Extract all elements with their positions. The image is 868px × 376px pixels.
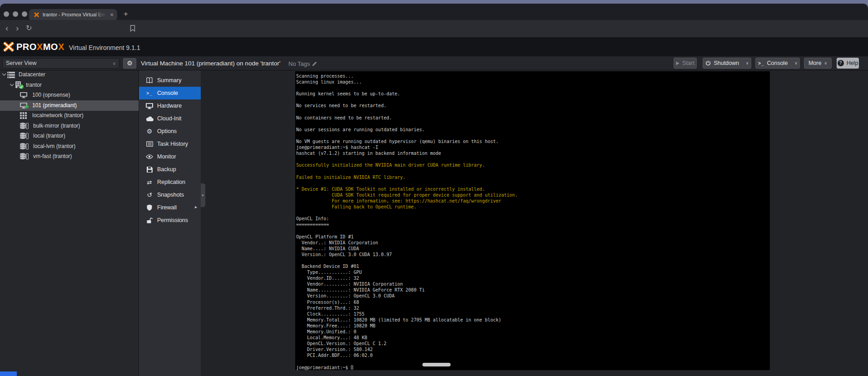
- terminal-line: CUDA SDK Toolkit required for proper dev…: [296, 192, 518, 198]
- menu-item-snapshots[interactable]: ↺ Snapshots: [139, 188, 201, 201]
- terminal-line: Falling back to OpenCL runtime.: [296, 204, 518, 210]
- proxmox-wordmark: PROXMOXVirtual Environment 9.1.1: [16, 37, 140, 56]
- terminal-line: Scanning linux images...: [296, 79, 518, 85]
- expand-chevron-icon[interactable]: [2, 73, 6, 76]
- tree-item-label: 101 (primeradiant): [32, 102, 77, 109]
- tree-item-label: trantor: [26, 82, 42, 88]
- gear-icon: ⚙: [127, 59, 133, 67]
- console-button[interactable]: >_ Console ∨: [755, 58, 800, 69]
- terminal-line: [296, 168, 518, 174]
- terminal-line: [296, 85, 518, 91]
- menu-item-replication[interactable]: ⇄ Replication: [139, 176, 201, 188]
- forward-icon[interactable]: ›: [16, 24, 19, 32]
- terminal-line: [296, 228, 518, 233]
- console-dropdown-icon[interactable]: ∨: [791, 61, 801, 65]
- tree-item-node-trantor[interactable]: trantor: [0, 80, 139, 90]
- menu-item-label: Firewall: [157, 204, 177, 211]
- terminal-line: joe@primeradiant:~$: [296, 365, 518, 370]
- console-label: Console: [767, 60, 788, 66]
- help-label: Help: [847, 60, 858, 66]
- tree-item-storage-local-lvm[interactable]: local-lvm (trantor): [0, 141, 139, 152]
- view-mode-label: Server View: [6, 60, 36, 66]
- panel-collapse-handle[interactable]: ▸: [201, 183, 205, 207]
- tree-item-vm-101[interactable]: 101 (primeradiant): [0, 100, 139, 111]
- more-button[interactable]: More ∨: [804, 58, 832, 69]
- vnc-console[interactable]: Scanning processes...Scanning linux imag…: [295, 71, 770, 370]
- vm-menu: Summary >_ Console Hardware Cloud-Init ⚙…: [139, 70, 201, 376]
- new-tab-icon[interactable]: +: [124, 10, 128, 19]
- traffic-light-minimize-icon[interactable]: [13, 11, 18, 17]
- tree-item-storage-bulk-mirror[interactable]: bulk-mirror (trantor): [0, 121, 139, 131]
- tree-settings-button[interactable]: ⚙: [123, 58, 136, 69]
- terminal-line: Vendor.........: NVIDIA Corporation: [296, 281, 518, 287]
- terminal-line: Memory.Free....: 10820 MB: [296, 323, 518, 329]
- tree-item-storage-vm-fast[interactable]: vm-fast (trantor): [0, 151, 139, 162]
- menu-item-label: Monitor: [157, 153, 176, 160]
- vm-tags[interactable]: No Tags: [288, 60, 317, 67]
- terminal-output: Scanning processes...Scanning linux imag…: [296, 73, 518, 370]
- shutdown-button[interactable]: Shutdown ∨: [703, 58, 751, 69]
- shield-icon: [145, 204, 154, 211]
- traffic-light-zoom-icon[interactable]: [22, 11, 27, 17]
- tab-title-fade: [94, 9, 106, 21]
- shutdown-main[interactable]: Shutdown: [702, 60, 743, 66]
- server-stack-icon: [7, 72, 15, 78]
- tree-item-label: localnetwork (trantor): [32, 112, 84, 119]
- menu-item-cloud-init[interactable]: Cloud-Init: [139, 112, 201, 125]
- terminal-line: ============: [296, 222, 518, 228]
- menu-item-console[interactable]: >_ Console: [139, 87, 201, 99]
- storage-icon: [20, 133, 29, 139]
- start-button[interactable]: Start: [674, 58, 697, 69]
- floppy-icon: [145, 166, 154, 173]
- edit-pencil-icon[interactable]: [312, 61, 317, 66]
- terminal-line: [296, 180, 518, 186]
- tree-item-vm-100[interactable]: 100 (opnsense): [0, 90, 139, 100]
- submenu-chevron-icon: ▸: [195, 204, 197, 209]
- tab-close-icon[interactable]: ×: [110, 11, 114, 18]
- terminal-line: No user sessions are running outdated bi…: [296, 127, 518, 133]
- menu-item-backup[interactable]: Backup: [139, 163, 201, 176]
- terminal-line: PCI.Addr.BDF...: 06:02.0: [296, 352, 518, 358]
- terminal-icon: >_: [145, 89, 154, 97]
- cloud-icon: [145, 115, 154, 122]
- terminal-line: * Device #1: CUDA SDK Toolkit not instal…: [296, 186, 518, 192]
- storage-icon: [20, 153, 29, 160]
- browser-tab[interactable]: trantor - Proxmox Virtual Envir ×: [29, 9, 117, 21]
- menu-item-monitor[interactable]: Monitor: [139, 150, 201, 163]
- console-scrollbar-thumb[interactable]: [422, 363, 451, 366]
- reload-icon[interactable]: ↻: [26, 24, 32, 32]
- menu-item-label: Cloud-Init: [157, 115, 182, 122]
- tree-item-label: local (trantor): [33, 133, 65, 139]
- tree-item-datacenter[interactable]: Datacenter: [0, 69, 139, 80]
- terminal-line: Scanning processes...: [296, 73, 518, 79]
- menu-item-summary[interactable]: Summary: [139, 74, 201, 87]
- terminal-line: joe@primeradiant:~$ hashcat -I: [296, 144, 518, 150]
- storage-icon: [20, 143, 29, 150]
- terminal-line: [296, 109, 518, 115]
- menu-item-permissions[interactable]: Permissions: [139, 214, 201, 227]
- bookmark-icon[interactable]: [130, 25, 135, 32]
- menu-item-firewall[interactable]: Firewall ▸: [139, 201, 201, 214]
- terminal-line: Version........: OpenCL 3.0 CUDA: [296, 293, 518, 299]
- menu-item-label: Task History: [157, 141, 188, 147]
- terminal-line: Backend Device ID #01: [296, 263, 518, 269]
- menu-item-task-history[interactable]: Task History: [139, 138, 201, 150]
- tree-item-label: bulk-mirror (trantor): [33, 123, 80, 129]
- bottom-left-blue-accent: [0, 371, 17, 376]
- expand-chevron-icon[interactable]: [10, 84, 14, 86]
- brand-pro: PRO: [16, 42, 37, 52]
- terminal-cursor: [351, 365, 353, 370]
- menu-item-options[interactable]: ⚙ Options: [139, 125, 201, 138]
- traffic-light-close-icon[interactable]: [4, 11, 9, 17]
- back-icon[interactable]: ‹: [5, 24, 8, 32]
- tree-item-storage-local[interactable]: local (trantor): [0, 131, 139, 141]
- view-mode-select[interactable]: Server View ∨: [2, 58, 119, 69]
- tree-item-sdn-localnetwork[interactable]: localnetwork (trantor): [0, 110, 139, 121]
- console-main[interactable]: >_ Console: [754, 60, 791, 66]
- resource-toolbar: Server View ∨ ⚙ Virtual Machine 101 (pri…: [0, 56, 868, 70]
- help-button[interactable]: ? Help: [837, 58, 859, 69]
- terminal-line: Memory.Unified.: 0: [296, 329, 518, 335]
- menu-item-hardware[interactable]: Hardware: [139, 99, 201, 112]
- brand-mo: MO: [43, 42, 58, 52]
- shutdown-dropdown-icon[interactable]: ∨: [743, 61, 752, 65]
